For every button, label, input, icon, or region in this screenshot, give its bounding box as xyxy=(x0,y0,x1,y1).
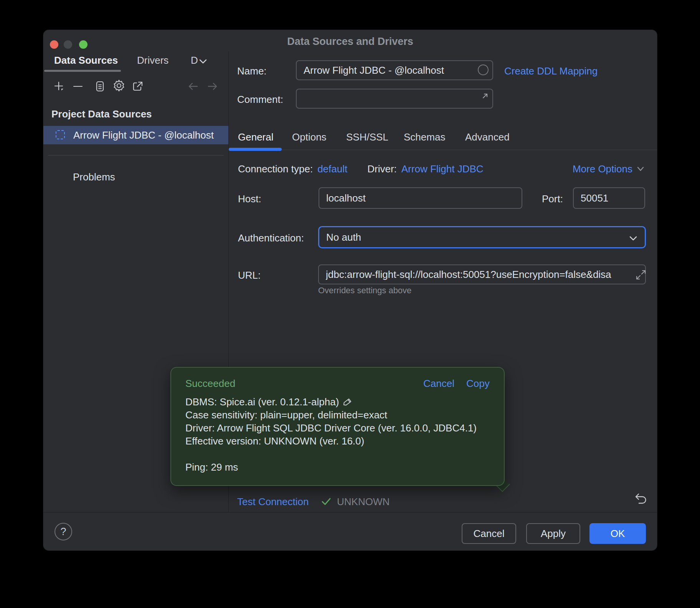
chevron-down-icon xyxy=(629,235,638,243)
tab-ssh-ssl[interactable]: SSH/SSL xyxy=(346,131,388,143)
apply-button[interactable]: Apply xyxy=(526,523,580,544)
tab-ddl-truncated[interactable]: D xyxy=(191,55,198,66)
back-arrow-icon[interactable] xyxy=(187,81,199,92)
tab-advanced[interactable]: Advanced xyxy=(465,131,510,143)
active-tab-underline xyxy=(44,70,121,72)
progress-circle-icon xyxy=(478,64,489,75)
help-button[interactable]: ? xyxy=(54,523,72,540)
create-ddl-mapping-link[interactable]: Create DDL Mapping xyxy=(504,65,598,77)
more-options[interactable]: More Options xyxy=(573,163,645,175)
connection-type-row: Connection type: default Driver: Arrow F… xyxy=(238,163,484,175)
comment-label: Comment: xyxy=(237,94,283,106)
tab-drivers[interactable]: Drivers xyxy=(137,55,168,66)
expand-icon[interactable] xyxy=(479,92,489,103)
sidebar-divider xyxy=(48,155,224,155)
authentication-select[interactable]: No auth xyxy=(318,226,646,248)
edit-pencil-icon[interactable] xyxy=(343,397,353,407)
tabs-divider xyxy=(228,150,657,150)
export-icon[interactable] xyxy=(132,81,144,92)
tab-schemas[interactable]: Schemas xyxy=(404,131,445,143)
window-title: Data Sources and Drivers xyxy=(43,36,657,48)
url-input[interactable]: jdbc:arrow-flight-sql://localhost:50051?… xyxy=(318,264,646,284)
tab-general[interactable]: General xyxy=(238,131,274,143)
titlebar: Data Sources and Drivers xyxy=(43,30,657,52)
driver-info: Driver: Arrow Flight SQL JDBC Driver Cor… xyxy=(185,421,477,435)
ping-info: Ping: 29 ms xyxy=(185,461,477,474)
connection-type-value[interactable]: default xyxy=(317,163,347,175)
name-label: Name: xyxy=(237,65,267,77)
screen: Data Sources and Drivers Data Sources Dr… xyxy=(0,0,700,608)
status-badge: Succeeded xyxy=(185,378,235,390)
active-tab-indicator xyxy=(229,148,282,151)
popup-copy-link[interactable]: Copy xyxy=(466,378,490,390)
remove-icon[interactable] xyxy=(72,81,84,92)
case-sensitivity-info: Case sensitivity: plain=upper, delimited… xyxy=(185,408,477,421)
revert-icon[interactable] xyxy=(634,492,647,507)
ok-button[interactable]: OK xyxy=(589,523,646,544)
connection-result: UNKNOWN xyxy=(337,496,390,507)
driver-label: Driver: xyxy=(367,163,397,175)
project-data-sources-header: Project Data Sources xyxy=(51,108,152,120)
comment-input[interactable] xyxy=(296,89,493,109)
chevron-down-icon[interactable] xyxy=(198,58,208,66)
port-label: Port: xyxy=(542,193,563,205)
problems-item[interactable]: Problems xyxy=(73,171,115,183)
data-source-icon xyxy=(56,130,65,139)
test-connection-popup: Succeeded Cancel Copy DBMS: Spice.ai (ve… xyxy=(170,367,505,486)
gear-icon[interactable] xyxy=(112,79,124,91)
popup-cancel-link[interactable]: Cancel xyxy=(423,378,454,390)
data-source-list-item[interactable]: Arrow Flight JDBC - @localhost xyxy=(43,126,228,144)
effective-version-info: Effective version: UNKNOWN (ver. 16.0) xyxy=(185,435,477,448)
forward-arrow-icon[interactable] xyxy=(207,81,218,92)
popup-details: DBMS: Spice.ai (ver. 0.12.1-alpha) Case … xyxy=(185,395,477,474)
tab-data-sources[interactable]: Data Sources xyxy=(54,55,118,66)
cancel-button[interactable]: Cancel xyxy=(462,523,516,544)
driver-value[interactable]: Arrow Flight JDBC xyxy=(401,163,484,175)
port-input[interactable]: 50051 xyxy=(573,187,645,209)
name-input[interactable]: Arrow Flight JDBC - @localhost xyxy=(296,60,493,80)
tab-options[interactable]: Options xyxy=(292,131,327,143)
footer-divider xyxy=(43,512,657,512)
expand-icon[interactable] xyxy=(635,269,647,282)
dbms-info: DBMS: Spice.ai (ver. 0.12.1-alpha) xyxy=(185,395,339,408)
authentication-label: Authentication: xyxy=(238,232,304,244)
duplicate-icon[interactable] xyxy=(94,81,106,92)
add-icon[interactable] xyxy=(53,81,65,92)
host-input[interactable]: localhost xyxy=(319,187,522,209)
question-mark-icon: ? xyxy=(60,526,66,538)
host-label: Host: xyxy=(238,193,261,205)
test-connection-link[interactable]: Test Connection xyxy=(237,496,309,507)
chevron-down-icon xyxy=(636,166,645,172)
connection-type-label: Connection type: xyxy=(238,163,313,175)
data-source-label: Arrow Flight JDBC - @localhost xyxy=(73,129,214,141)
url-note: Overrides settings above xyxy=(318,286,411,296)
checkmark-icon xyxy=(321,497,332,508)
url-label: URL: xyxy=(238,269,261,281)
